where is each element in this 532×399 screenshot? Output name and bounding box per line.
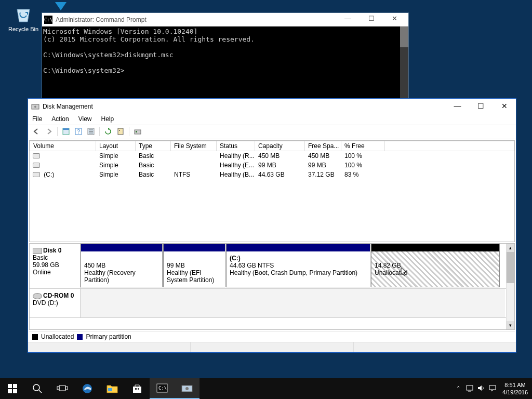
- svg-rect-33: [467, 385, 473, 390]
- disk-graphical-view: Disk 0 Basic 59.98 GB Online 450 MBHealt…: [29, 243, 515, 330]
- legend-primary-swatch: [77, 334, 83, 340]
- legend-unalloc-label: Unallocated: [41, 333, 74, 340]
- cmd-window: C:\ Administrator: Command Prompt — ☐ ✕ …: [42, 12, 409, 101]
- col-pctfree[interactable]: % Free: [341, 141, 385, 151]
- taskbar-cmd-button[interactable]: C:\: [150, 378, 175, 399]
- svg-rect-18: [13, 389, 17, 393]
- col-volume[interactable]: Volume: [30, 141, 96, 151]
- taskview-icon: [57, 384, 68, 393]
- partition-unallocated[interactable]: 14.82 GBUnallocated: [371, 244, 500, 287]
- svg-rect-35: [489, 385, 496, 390]
- taskbar-edge-button[interactable]: [75, 378, 100, 399]
- cmd-icon: C:\: [44, 16, 52, 24]
- search-icon: [32, 383, 43, 394]
- col-filesystem[interactable]: File System: [171, 141, 217, 151]
- toolbar-properties-button[interactable]: [115, 126, 126, 137]
- taskbar-store-button[interactable]: [125, 378, 150, 399]
- menu-action[interactable]: Action: [51, 115, 69, 123]
- dm-app-icon: [31, 102, 39, 111]
- menu-file[interactable]: File: [32, 115, 42, 123]
- svg-rect-23: [65, 387, 68, 390]
- cmd-minimize-button[interactable]: —: [336, 15, 360, 25]
- tray-chevron-icon[interactable]: ˄: [453, 385, 464, 393]
- col-layout[interactable]: Layout: [96, 141, 136, 151]
- cdrom-icon: [33, 293, 42, 299]
- taskbar-explorer-button[interactable]: [100, 378, 125, 399]
- cmd-maximize-button[interactable]: ☐: [360, 15, 383, 25]
- partition[interactable]: 450 MBHealthy (Recovery Partition): [81, 244, 163, 287]
- dm-close-button[interactable]: ✕: [493, 99, 516, 114]
- svg-text:C:\: C:\: [158, 385, 167, 391]
- toolbar-view-button[interactable]: [61, 126, 71, 137]
- disk-label[interactable]: CD-ROM 0 DVD (D:): [30, 289, 81, 317]
- svg-rect-13: [135, 130, 141, 134]
- disk-label[interactable]: Disk 0 Basic 59.98 GB Online: [30, 244, 81, 288]
- svg-rect-25: [108, 388, 112, 391]
- dm-titlebar[interactable]: Disk Management — ☐ ✕: [28, 99, 516, 114]
- cmd-scrollbar[interactable]: [400, 26, 408, 100]
- table-row[interactable]: SimpleBasic Healthy (R... 450 MB450 MB 1…: [30, 151, 514, 161]
- tray-network-icon[interactable]: [464, 384, 475, 393]
- recycle-bin-icon[interactable]: Recycle Bin: [5, 3, 42, 32]
- taskview-button[interactable]: [50, 378, 75, 399]
- taskbar-diskmgmt-button[interactable]: [175, 378, 200, 399]
- system-tray: ˄ 8:51 AM 4/19/2016: [453, 378, 532, 399]
- svg-rect-4: [63, 128, 69, 130]
- tray-volume-icon[interactable]: [475, 384, 487, 393]
- svg-rect-11: [118, 128, 123, 135]
- svg-rect-16: [13, 384, 17, 388]
- dm-title: Disk Management: [43, 103, 446, 110]
- status-bar: [28, 342, 516, 352]
- disk-icon: [33, 248, 42, 254]
- legend-unalloc-swatch: [32, 334, 38, 340]
- disk-management-window: Disk Management — ☐ ✕ File Action View H…: [28, 98, 516, 353]
- svg-marker-0: [55, 2, 66, 10]
- search-button[interactable]: [25, 378, 50, 399]
- partition[interactable]: (C:)44.63 GB NTFSHealthy (Boot, Crash Du…: [226, 244, 370, 287]
- col-type[interactable]: Type: [136, 141, 171, 151]
- menu-view[interactable]: View: [78, 115, 92, 123]
- folder-icon: [107, 384, 118, 393]
- col-capacity[interactable]: Capacity: [255, 141, 305, 151]
- disk-row[interactable]: Disk 0 Basic 59.98 GB Online 450 MBHealt…: [30, 244, 514, 289]
- svg-point-2: [34, 106, 36, 108]
- legend: Unallocated Primary partition: [29, 331, 515, 342]
- clock-date: 4/19/2016: [502, 389, 528, 396]
- tray-actioncenter-icon[interactable]: [487, 384, 498, 393]
- volume-table-header[interactable]: Volume Layout Type File System Status Ca…: [30, 141, 514, 151]
- toolbar-refresh-button[interactable]: [103, 126, 113, 137]
- toolbar-forward-button[interactable]: [44, 126, 54, 137]
- svg-rect-17: [8, 389, 12, 393]
- dm-menubar: File Action View Help: [28, 114, 516, 125]
- dm-minimize-button[interactable]: —: [446, 99, 469, 114]
- svg-text:?: ?: [77, 128, 80, 135]
- desktop-shortcut-arrow: [55, 2, 66, 11]
- toolbar-settings-button[interactable]: [132, 126, 143, 137]
- svg-rect-28: [138, 388, 139, 390]
- taskbar: C:\ ˄ 8:51 AM 4/19/2016: [0, 378, 532, 399]
- table-row[interactable]: SimpleBasic Healthy (E... 99 MB99 MB 100…: [30, 161, 514, 170]
- menu-help[interactable]: Help: [101, 115, 114, 123]
- svg-rect-21: [59, 385, 65, 391]
- svg-rect-15: [8, 384, 12, 388]
- toolbar-back-button[interactable]: [31, 126, 42, 137]
- toolbar-list-button[interactable]: [86, 126, 96, 137]
- col-status[interactable]: Status: [217, 141, 255, 151]
- cmd-body[interactable]: Microsoft Windows [Version 10.0.10240] (…: [42, 26, 408, 100]
- recycle-bin-label: Recycle Bin: [8, 26, 38, 32]
- graphical-scrollbar[interactable]: ▴ ▾: [506, 244, 514, 329]
- start-button[interactable]: [0, 378, 25, 399]
- col-freespace[interactable]: Free Spa...: [305, 141, 341, 151]
- svg-rect-14: [136, 131, 137, 132]
- disk-row[interactable]: CD-ROM 0 DVD (D:): [30, 289, 514, 318]
- cmd-close-button[interactable]: ✕: [383, 15, 406, 25]
- store-icon: [132, 383, 142, 394]
- partition[interactable]: 99 MBHealthy (EFI System Partition): [163, 244, 225, 287]
- cmd-titlebar[interactable]: C:\ Administrator: Command Prompt — ☐ ✕: [42, 13, 408, 26]
- svg-rect-26: [133, 387, 141, 393]
- table-row[interactable]: (C:) SimpleBasic NTFSHealthy (B... 44.63…: [30, 170, 514, 179]
- svg-line-20: [39, 390, 42, 393]
- taskbar-clock[interactable]: 8:51 AM 4/19/2016: [498, 381, 532, 396]
- toolbar-help-button[interactable]: ?: [73, 126, 84, 137]
- dm-maximize-button[interactable]: ☐: [469, 99, 493, 114]
